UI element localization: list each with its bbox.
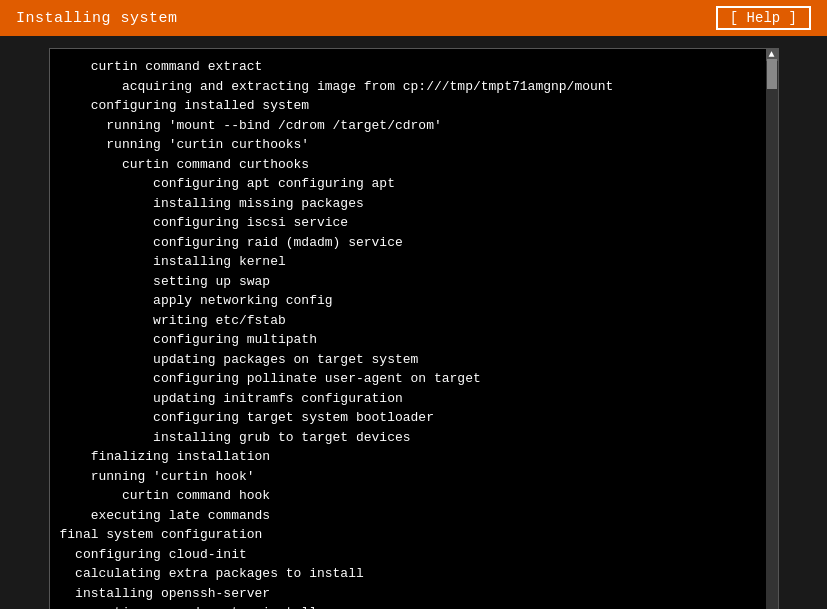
title-text: Installing system xyxy=(16,10,178,27)
scrollbar-thumb[interactable] xyxy=(767,59,777,89)
title-bar: Installing system [ Help ] xyxy=(0,0,827,36)
main-content: curtin command extract acquiring and ext… xyxy=(0,36,827,609)
log-container: curtin command extract acquiring and ext… xyxy=(49,48,779,609)
log-text-area: curtin command extract acquiring and ext… xyxy=(50,49,766,609)
help-button[interactable]: [ Help ] xyxy=(716,6,811,30)
scrollbar[interactable]: ▲ ▼ xyxy=(766,49,778,609)
